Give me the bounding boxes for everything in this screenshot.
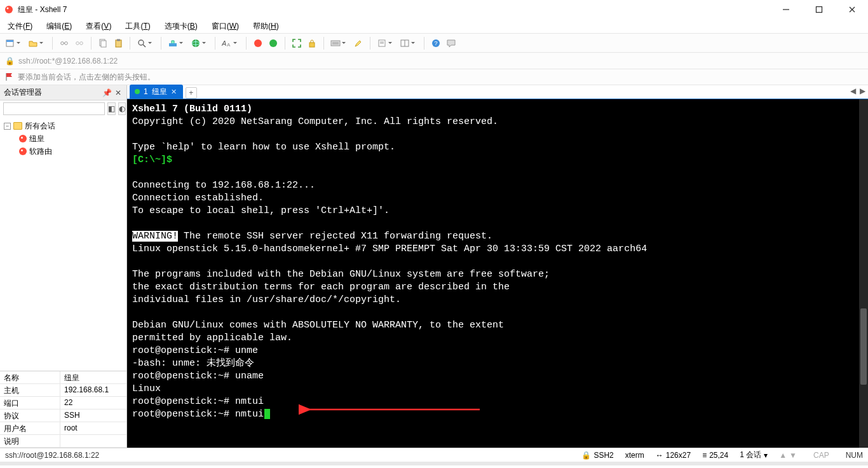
session-manager-panel: 会话管理器 📌 ✕ ◧ ◐ ▭ ⋯ − 所有会话 纽皇 软路由 [0, 85, 127, 448]
svg-rect-27 [309, 43, 315, 47]
menu-edit[interactable]: 编辑(E) [44, 20, 74, 33]
annotation-arrow-icon [299, 403, 483, 416]
menu-tabs[interactable]: 选项卡(B) [162, 20, 200, 33]
status-bar: ssh://root@192.168.68.1:22 🔒SSH2 xterm ↔… [0, 448, 868, 462]
tab-prev-icon[interactable]: ◀ [850, 86, 856, 95]
tree-root[interactable]: − 所有会话 [1, 120, 125, 132]
open-icon[interactable] [27, 37, 39, 50]
globe-icon[interactable] [189, 37, 202, 50]
svg-rect-14 [101, 41, 106, 47]
title-bar: 纽皇 - Xshell 7 [0, 0, 868, 19]
prop-key-host: 主机 [0, 384, 60, 396]
transfer-icon[interactable] [166, 37, 179, 50]
svg-point-25 [254, 39, 262, 47]
terminal-scrollbar[interactable] [859, 99, 868, 448]
tree-item-label: 纽皇 [29, 134, 44, 144]
terminal[interactable]: Xshell 7 (Build 0111) Copyright (c) 2020… [127, 99, 868, 448]
svg-text:A: A [222, 39, 226, 47]
panel-header: 会话管理器 📌 ✕ [0, 85, 126, 100]
tab-active[interactable]: 1 纽皇 ✕ [130, 85, 183, 99]
layout-icon[interactable] [398, 37, 411, 50]
lock-icon[interactable] [306, 37, 318, 50]
find-icon[interactable] [135, 37, 148, 50]
link-icon[interactable] [58, 37, 71, 50]
keyboard-icon[interactable] [329, 37, 342, 50]
fullscreen-icon[interactable] [290, 37, 303, 50]
status-cap: CAP [813, 451, 829, 460]
flag-icon[interactable] [5, 72, 14, 81]
paste-icon[interactable] [112, 37, 125, 50]
svg-line-18 [143, 45, 146, 47]
prop-key-proto: 协议 [0, 410, 60, 422]
search-toggle-2[interactable]: ◐ [118, 102, 126, 115]
menu-view[interactable]: 查看(V) [83, 20, 114, 33]
disconnect-icon[interactable] [73, 37, 86, 50]
session-icon [19, 148, 27, 155]
status-sessions: 1 会话 [740, 450, 761, 460]
prop-key-desc: 说明 [0, 435, 60, 447]
prop-key-user: 用户名 [0, 422, 60, 434]
xftp-green-icon[interactable] [267, 37, 280, 50]
tab-close-icon[interactable]: ✕ [171, 88, 177, 96]
tree-item[interactable]: 软路由 [1, 145, 125, 158]
app-icon [4, 4, 14, 15]
menu-help[interactable]: 帮助(H) [250, 20, 281, 33]
svg-rect-3 [817, 7, 822, 13]
tab-next-icon[interactable]: ▶ [860, 86, 865, 95]
minimize-button[interactable] [778, 3, 794, 17]
svg-rect-28 [331, 41, 340, 46]
xshell-red-icon[interactable] [252, 37, 264, 50]
status-cursor: 25,24 [709, 451, 728, 460]
svg-text:A: A [227, 42, 231, 48]
help-icon[interactable]: ? [430, 37, 442, 50]
tab-label: 纽皇 [152, 86, 167, 97]
menu-bar: 文件(F) 编辑(E) 查看(V) 工具(T) 选项卡(B) 窗口(W) 帮助(… [0, 19, 868, 33]
svg-point-8 [61, 41, 64, 45]
session-search-input[interactable] [3, 102, 105, 115]
status-path: ssh://root@192.168.68.1:22 [5, 451, 99, 460]
address-text: ssh://root:*@192.168.68.1:22 [18, 57, 118, 65]
menu-tools[interactable]: 工具(T) [123, 20, 153, 33]
tab-index: 1 [144, 87, 148, 96]
menu-window[interactable]: 窗口(W) [209, 20, 241, 33]
svg-point-12 [80, 41, 83, 45]
prop-key-name: 名称 [0, 371, 60, 383]
window-title: 纽皇 - Xshell 7 [18, 4, 67, 15]
svg-point-17 [139, 40, 144, 45]
tab-strip: 1 纽皇 ✕ + ◀ ▶ [127, 85, 868, 99]
lock-tiny-icon: 🔒 [581, 451, 591, 460]
down-icon: ▼ [789, 451, 797, 460]
svg-rect-19 [169, 43, 177, 46]
prop-val-name: 纽皇 [60, 371, 126, 383]
maximize-button[interactable] [811, 3, 827, 17]
new-session-icon[interactable] [4, 37, 17, 50]
address-bar[interactable]: 🔒 ssh://root:*@192.168.68.1:22 [0, 52, 868, 69]
new-tab-button[interactable]: + [186, 87, 197, 99]
font-icon[interactable]: AA [220, 37, 233, 50]
prop-key-port: 端口 [0, 397, 60, 409]
prop-val-user: root [60, 422, 126, 434]
folder-icon [13, 122, 22, 130]
panel-close-icon[interactable]: ✕ [114, 88, 123, 97]
status-num: NUM [846, 451, 863, 460]
prop-val-port: 22 [60, 397, 126, 409]
status-dot-icon [135, 89, 140, 94]
tree-item[interactable]: 纽皇 [1, 132, 125, 145]
pin-icon[interactable]: 📌 [102, 88, 111, 97]
panel-title: 会话管理器 [4, 87, 42, 98]
expander-icon[interactable]: − [4, 123, 11, 130]
chevron-down-icon[interactable]: ▾ [764, 451, 768, 460]
search-toggle-1[interactable]: ◧ [107, 102, 116, 115]
copy-icon[interactable] [97, 37, 109, 50]
status-termtype: xterm [625, 451, 644, 460]
svg-rect-15 [116, 40, 121, 47]
svg-point-11 [76, 41, 79, 45]
svg-point-0 [5, 6, 13, 13]
svg-point-9 [65, 41, 68, 45]
feedback-icon[interactable] [445, 37, 458, 50]
session-tree[interactable]: − 所有会话 纽皇 软路由 [0, 117, 126, 371]
menu-file[interactable]: 文件(F) [5, 20, 35, 33]
highlight-icon[interactable] [352, 37, 365, 50]
close-button[interactable] [844, 3, 860, 17]
script-icon[interactable] [376, 37, 388, 50]
